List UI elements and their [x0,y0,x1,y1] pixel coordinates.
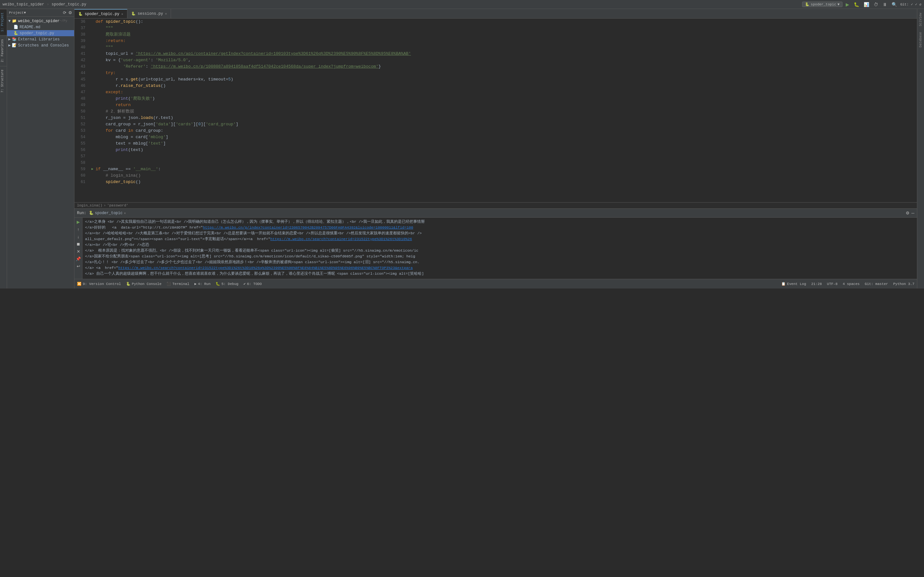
code-line-41: 41 topic_url = 'https://m.weibo.cn/api/c… [74,51,917,57]
settings-btn[interactable]: ⚙ [68,10,72,15]
code-line-55: 55 text = mblog['text'] [74,140,917,147]
vc-label: 9: Version Control [83,282,121,286]
tree-item-spoder[interactable]: 🐍 spoder_topic.py [7,30,74,36]
right-tabs: SciView Database [917,9,924,288]
run-config-label: spoder_topic [811,3,836,6]
left-vtab-project[interactable]: 1: Project [0,9,7,35]
profile-button[interactable]: ⏱ [872,1,879,8]
tab-label-spoder: spoder_topic.py [85,12,120,16]
line-num-49: 49 [74,102,89,108]
run-panel: Run: 🐍 spoder_topic ✕ ⚙ ─ ▶ ↑ ↓ ⏹ ✕ [74,208,917,279]
python-console-btn[interactable]: 🐍 Python Console [126,282,162,286]
code-line-57: 57 [74,153,917,160]
run-with-coverage-button[interactable]: 📊 [863,1,871,8]
line-num-42: 42 [74,57,89,63]
tab-spoder-topic[interactable]: 🐍 spoder_topic.py ✕ [74,9,128,18]
editor-area: 🐍 spoder_topic.py ✕ 🐍 sessions.py ✕ 36 d… [74,9,917,288]
code-line-59: 59 ▶ if __name__ == '__main__': [74,166,917,172]
project-name: weibo_topic_spider [3,2,44,7]
line-content-53: for card in card_group: [95,127,917,134]
run-panel-header: Run: 🐍 spoder_topic ✕ ⚙ ─ [74,209,917,218]
run-settings-btn[interactable]: ⚙ [906,211,909,215]
output-line-7: </a>扎心！！ <br />多少年过去了<br />多少个七夕也过去了<br … [85,259,914,265]
debug-btn[interactable]: 🐛 5: Debug [216,282,238,286]
title-bar: weibo_topic_spider › spoder_topic.py 🐍 s… [0,0,924,9]
tree-item-scratches[interactable]: ▶ 📝 Scratches and Consoles [7,42,74,48]
tree-item-root[interactable]: ▼ 📁 weibo_topic_spider ~/Py [7,18,74,24]
code-line-56: 56 print(text) [74,147,917,153]
output-line-6: </a>国家不给分配男朋友<span class="url-icon"><img… [85,253,914,259]
stop-button[interactable]: ⏸ [881,1,888,8]
code-line-42: 42 kv = {'user-agent': 'Mozilla/5.0', [74,57,917,63]
code-line-36: 36 def spider_topic(): [74,19,917,25]
run-tab-close[interactable]: ✕ [124,211,126,215]
version-control-btn[interactable]: 🔀 9: Version Control [77,282,121,286]
output-line-8: </a> <a href="https://m.weibo.cn/search?… [85,265,914,271]
run-tab-spoder[interactable]: 🐍 spoder_topic ✕ [89,211,126,215]
run-scroll-down-btn[interactable]: ↓ [77,234,80,240]
code-editor[interactable]: 36 def spider_topic(): 37 """ 38 爬取新浪话题 [74,19,917,202]
sync-btn[interactable]: ⟳ [63,10,66,15]
debug-button[interactable]: 🐛 [853,1,861,8]
line-content-38: 爬取新浪话题 [95,31,917,38]
tab-close-sessions[interactable]: ✕ [165,12,167,16]
py-file-icon: 🐍 [13,31,18,35]
run-btn[interactable]: ▶ 4: Run [194,282,210,286]
line-num-38: 38 [74,31,89,38]
line-num-39: 39 [74,38,89,44]
tree-item-readme[interactable]: 📄 README.md [7,24,74,30]
title-sep: › [47,2,49,7]
tab-sessions[interactable]: 🐍 sessions.py ✕ [128,9,171,18]
run-close-btn[interactable]: ✕ [76,248,81,255]
py-console-icon: 🐍 [126,282,131,286]
right-tab-sciview[interactable]: SciView [918,10,923,29]
tree-label-extlibs: External Libraries [18,37,60,42]
run-output-wrap: ▶ ↑ ↓ ⏹ ✕ 📌 ↩ </a>之单身 <br />其实我最怕自己说的一句话… [74,218,917,279]
scratches-expand-icon: ▶ [8,43,11,48]
run-pin-btn[interactable]: 📌 [75,256,81,262]
right-tab-database[interactable]: Database [918,29,923,50]
run-minimize-btn[interactable]: ─ [911,211,914,215]
line-num-57: 57 [74,153,89,160]
line-content-52: card_group = r_json['data']['cards'][0][… [95,121,917,127]
code-line-38: 38 爬取新浪话题 [74,31,917,38]
title-bar-center: 🐍 spoder_topic ▼ ▶ 🐛 📊 ⏱ ⏸ 🔍 Git: ✓ ✓ ↺ [86,1,921,8]
run-restart-btn[interactable]: ▶ [76,219,81,225]
line-content-43: 'Referer': 'https://m.weibo.cn/p/1008087… [95,63,917,70]
line-num-36: 36 [74,19,89,25]
code-line-44: 44 try: [74,70,917,76]
event-log-btn[interactable]: 📋 Event Log [781,282,806,286]
code-line-51: 51 r_json = json.loads(r.text) [74,115,917,121]
left-vtab-favorites[interactable]: 2: Favorites [0,35,7,65]
line-num-52: 52 [74,121,89,127]
line-content-55: text = mblog['text'] [95,140,917,147]
line-num-58: 58 [74,160,89,166]
todo-icon: ✔ [244,282,246,286]
todo-btn[interactable]: ✔ 6: TODO [244,282,262,286]
tab-py-icon-1: 🐍 [78,12,83,16]
line-num-53: 53 [74,127,89,134]
run-output[interactable]: </a>之单身 <br />其实我最怕自己说的一句话就是<br />我明确的知道… [82,218,917,279]
breadcrumb-bar: login_sina() › 'password' [74,202,917,208]
line-num-47: 47 [74,89,89,95]
code-line-47: 47 except: [74,89,917,95]
line-content-46: r.raise_for_status() [95,83,917,89]
run-wrap-btn[interactable]: ↩ [76,263,81,269]
line-content-49: return [95,102,917,108]
tab-py-icon-2: 🐍 [131,11,136,16]
folder-closed-icon: ▶ [8,37,11,42]
search-button[interactable]: 🔍 [890,1,898,8]
tree-path: ~/Py [60,19,67,23]
tab-close-spoder[interactable]: ✕ [121,12,123,16]
py-console-label: Python Console [132,282,162,286]
tree-item-extlibs[interactable]: ▶ 📚 External Libraries [7,36,74,42]
run-stop-btn[interactable]: ⏹ [76,241,81,247]
run-button[interactable]: ▶ [845,1,851,8]
run-scroll-up-btn[interactable]: ↑ [77,226,80,232]
terminal-btn[interactable]: ⬛ Terminal [166,282,189,286]
code-lines: 36 def spider_topic(): 37 """ 38 爬取新浪话题 [74,19,917,202]
git-info-label: Git: master [865,282,888,286]
terminal-icon: ⬛ [166,282,171,286]
left-vtab-structure[interactable]: 7: Structure [0,66,7,96]
run-config[interactable]: 🐍 spoder_topic ▼ [802,2,843,7]
